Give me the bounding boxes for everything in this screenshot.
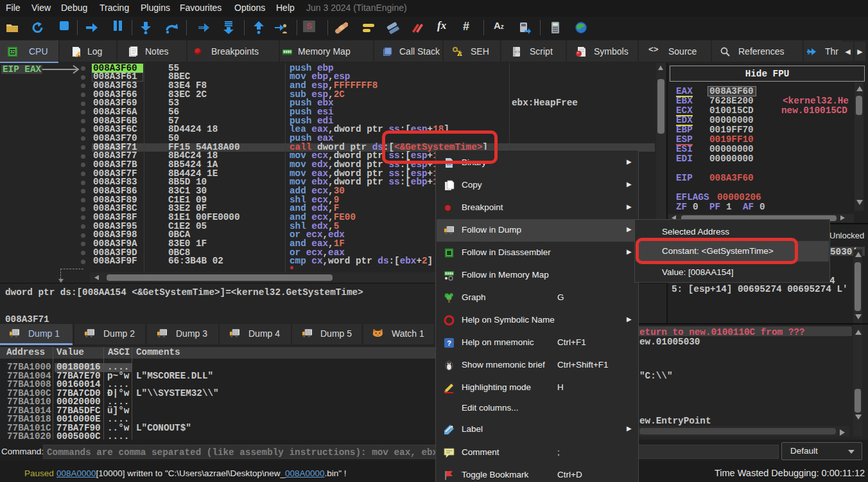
svg-text:?: ?: [447, 339, 451, 347]
svg-text:32: 32: [10, 49, 15, 54]
svg-text:<>: <>: [515, 49, 520, 55]
svg-text:!: !: [459, 53, 460, 57]
